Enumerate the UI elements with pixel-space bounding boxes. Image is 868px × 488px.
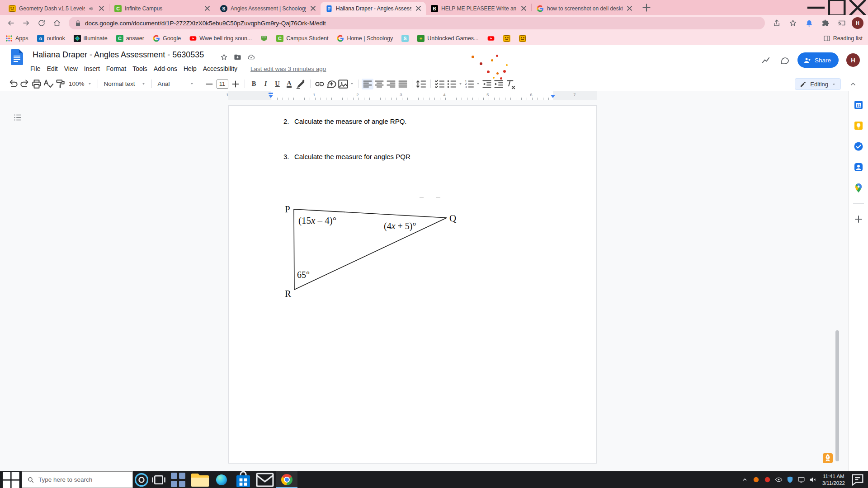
bookmark-home-schoology[interactable]: Home | Schoology [337, 35, 393, 42]
close-tab-button[interactable] [309, 5, 317, 12]
side-panel-keep-button[interactable] [853, 120, 864, 131]
task-view-button[interactable] [150, 471, 167, 488]
text-color-button[interactable]: A [283, 79, 295, 89]
bookmark-wwe-bell-ring-soun[interactable]: Wwe bell ring soun... [189, 35, 252, 42]
bold-button[interactable]: B [248, 79, 260, 89]
increase-font-button[interactable] [230, 79, 241, 89]
left-indent-marker[interactable] [269, 95, 273, 98]
taskbar-search[interactable]: Type here to search [22, 471, 133, 488]
menu-help[interactable]: Help [180, 64, 200, 73]
taskbar-app-edge[interactable] [211, 471, 232, 488]
back-button[interactable] [5, 17, 17, 29]
undo-button[interactable] [7, 79, 19, 89]
side-panel-maps-button[interactable] [853, 183, 864, 193]
print-button[interactable] [31, 79, 42, 89]
font-select[interactable]: Arial [155, 79, 197, 89]
taskbar-clock[interactable]: 11:41 AM 3/11/2022 [819, 473, 848, 487]
spellcheck-button[interactable] [42, 79, 54, 89]
bookmark-gd[interactable] [519, 35, 526, 42]
bookmark-star-button[interactable] [787, 17, 799, 29]
scroll-top-button[interactable] [823, 453, 833, 463]
maximize-button[interactable] [826, 0, 847, 15]
reload-button[interactable] [35, 17, 48, 29]
bulleted-list-button[interactable] [446, 79, 458, 89]
hide-menus-button[interactable] [848, 79, 858, 89]
add-comment-button[interactable] [326, 79, 337, 89]
line-spacing-button[interactable] [415, 79, 427, 89]
monitor-icon[interactable] [797, 475, 806, 484]
vertical-scrollbar[interactable] [835, 330, 839, 461]
cloud-status-icon[interactable] [247, 53, 255, 61]
hidden-icons-button[interactable] [740, 475, 750, 484]
bookmark-answer[interactable]: Canswer [116, 35, 144, 42]
increase-indent-button[interactable] [493, 79, 505, 89]
cortana-button[interactable] [133, 471, 150, 488]
menu-insert[interactable]: Insert [81, 64, 103, 73]
last-edit-link[interactable]: Last edit was 3 minutes ago [250, 66, 326, 72]
taskbar-app-store[interactable] [232, 471, 254, 488]
eye-icon[interactable] [774, 475, 783, 484]
bell-extension-button[interactable] [803, 17, 816, 29]
tab-5[interactable]: BHELP ME PLEASEEE Write an equ [426, 2, 531, 15]
side-panel-calendar-button[interactable]: 31 [853, 99, 864, 110]
close-tab-button[interactable] [520, 5, 528, 12]
close-tab-button[interactable] [203, 5, 211, 12]
document-page[interactable]: 2. Calculate the measure of angle RPQ. 3… [228, 105, 597, 464]
new-tab-button[interactable] [641, 2, 652, 14]
close-tab-button[interactable] [415, 5, 422, 12]
bookmark-apps[interactable]: Apps [5, 35, 28, 42]
menu-accessibility[interactable]: Accessibility [200, 64, 241, 73]
taskbar-app-mail[interactable] [254, 471, 276, 488]
clear-formatting-button[interactable] [505, 79, 516, 89]
highlight-button[interactable] [295, 79, 307, 89]
redo-button[interactable] [19, 79, 31, 89]
shield-icon[interactable] [785, 475, 795, 484]
justify-button[interactable] [397, 79, 409, 89]
decrease-font-button[interactable] [203, 79, 215, 89]
align-left-button[interactable] [362, 79, 373, 89]
menu-tools[interactable]: Tools [129, 64, 151, 73]
tab-2[interactable]: CInfinite Campus [109, 2, 215, 15]
menu-file[interactable]: File [27, 64, 44, 73]
minimize-button[interactable] [806, 0, 826, 15]
cast-button[interactable] [835, 17, 848, 29]
close-tab-button[interactable] [98, 5, 105, 12]
chevron-down-icon[interactable] [350, 82, 354, 86]
checklist-button[interactable] [434, 79, 446, 89]
bookmark-frog[interactable] [260, 35, 268, 42]
tray-orange-icon[interactable] [751, 475, 761, 484]
document-outline-icon[interactable] [13, 113, 23, 122]
paragraph-style-select[interactable]: Normal text [101, 79, 148, 89]
underline-button[interactable]: U [272, 79, 283, 89]
editing-mode-select[interactable]: Editing [795, 78, 841, 90]
bookmark-google[interactable]: Google [153, 35, 181, 42]
audio-icon[interactable] [88, 5, 94, 12]
side-panel-tasks-button[interactable] [853, 141, 864, 152]
close-window-button[interactable] [847, 0, 868, 15]
move-folder-icon[interactable] [234, 53, 241, 61]
address-bar[interactable]: docs.google.com/document/d/1P-272ZXlzX0k… [69, 17, 765, 29]
right-indent-marker[interactable] [551, 95, 555, 98]
align-right-button[interactable] [385, 79, 397, 89]
docs-icon[interactable] [11, 49, 23, 65]
chevron-down-icon[interactable] [458, 82, 462, 86]
activity-icon[interactable] [761, 55, 772, 66]
close-tab-button[interactable] [626, 5, 633, 12]
forward-button[interactable] [20, 17, 33, 29]
menu-view[interactable]: View [61, 64, 81, 73]
menu-edit[interactable]: Edit [44, 64, 61, 73]
speaker-muted-icon[interactable] [808, 475, 817, 484]
align-center-button[interactable] [373, 79, 385, 89]
taskbar-app-chrome[interactable] [276, 471, 297, 488]
extensions-button[interactable] [819, 17, 832, 29]
chevron-down-icon[interactable] [476, 82, 480, 86]
account-avatar[interactable]: H [846, 53, 860, 67]
bookmark-gd[interactable] [503, 35, 510, 42]
share-button[interactable] [770, 17, 783, 29]
bookmark-youtube[interactable] [487, 35, 495, 42]
menu-format[interactable]: Format [103, 64, 129, 73]
italic-button[interactable]: I [260, 79, 272, 89]
tab-6[interactable]: how to screenshot on dell deskto [532, 2, 637, 15]
start-button[interactable] [0, 471, 22, 488]
tab-3[interactable]: SAngles Assessment | Schoology [215, 2, 321, 15]
